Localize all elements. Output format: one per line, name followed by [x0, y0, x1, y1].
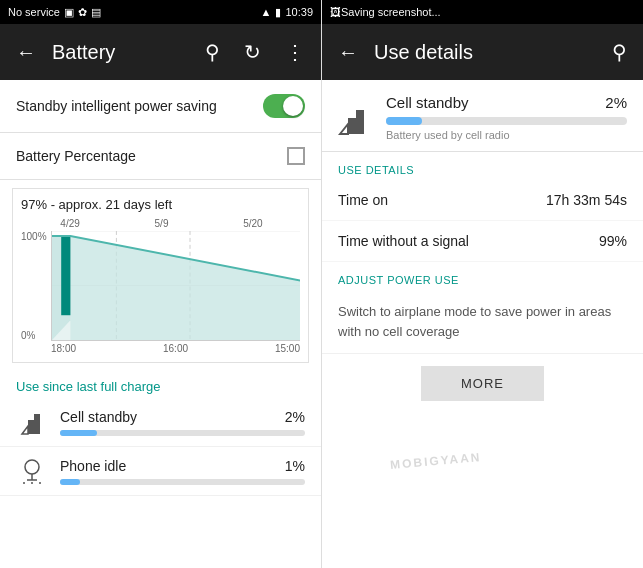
time-on-label: Time on — [338, 192, 388, 208]
standby-label: Standby intelligent power saving — [16, 98, 217, 114]
cell-standby-signal-icon — [338, 100, 374, 136]
date-label-3: 5/20 — [243, 218, 262, 229]
cell-standby-icon — [16, 408, 48, 436]
phone-idle-bar-container — [60, 479, 305, 485]
svg-point-13 — [23, 482, 25, 484]
cell-standby-title: Cell standby 2% — [60, 409, 305, 425]
time-on-row: Time on 17h 33m 54s — [322, 180, 643, 221]
battery-card: 97% - approx. 21 days left 4/29 5/9 5/20… — [12, 188, 309, 363]
phone-idle-icon — [16, 457, 48, 485]
y-label-0: 0% — [21, 330, 47, 341]
time-label-1: 18:00 — [51, 343, 76, 354]
time-without-signal-value: 99% — [599, 233, 627, 249]
status-bar-left: No service ▣ ✿ ▤ — [8, 6, 101, 19]
detail-header-subtext: Battery used by cell radio — [386, 129, 627, 141]
time-label-3: 15:00 — [275, 343, 300, 354]
percentage-setting-row: Battery Percentage — [0, 133, 321, 180]
back-button[interactable]: ← — [8, 33, 44, 72]
more-button[interactable]: MORE — [421, 366, 544, 401]
svg-marker-6 — [52, 236, 300, 340]
left-content: Standby intelligent power saving Battery… — [0, 80, 321, 568]
right-back-button[interactable]: ← — [330, 33, 366, 72]
phone-idle-content: Phone idle 1% — [60, 458, 305, 485]
detail-header-bar-fill — [386, 117, 422, 125]
use-since-link[interactable]: Use since last full charge — [0, 371, 321, 398]
no-service-text: No service — [8, 6, 60, 18]
phone-idle-bar — [60, 479, 80, 485]
battery-icon: ▮ — [275, 6, 281, 19]
battery-percent-label: 97% - approx. 21 days left — [21, 197, 300, 212]
left-panel: No service ▣ ✿ ▤ ▲ ▮ 10:39 ← Battery ⚲ ↻… — [0, 0, 322, 568]
battery-chart — [51, 231, 300, 341]
time-label-2: 16:00 — [163, 343, 188, 354]
svg-marker-17 — [340, 124, 348, 134]
left-toolbar: ← Battery ⚲ ↻ ⋮ — [0, 24, 321, 80]
nfc-icon: ✿ — [78, 6, 87, 19]
time-on-value: 17h 33m 54s — [546, 192, 627, 208]
svg-marker-8 — [22, 426, 28, 434]
screenshot-icon: 🖼 — [330, 6, 341, 18]
y-label-100: 100% — [21, 231, 47, 242]
time-without-signal-label: Time without a signal — [338, 233, 469, 249]
svg-marker-19 — [356, 110, 364, 134]
right-page-title: Use details — [374, 41, 596, 64]
chart-x-labels: 18:00 16:00 15:00 — [21, 343, 300, 354]
chart-date-labels: 4/29 5/9 5/20 — [21, 218, 300, 229]
phone-idle-title: Phone idle 1% — [60, 458, 305, 474]
svg-marker-9 — [28, 420, 34, 434]
detail-header: Cell standby 2% Battery used by cell rad… — [322, 80, 643, 152]
right-search-button[interactable]: ⚲ — [604, 32, 635, 72]
saving-text: Saving screenshot... — [341, 6, 441, 18]
detail-header-title: Cell standby 2% — [386, 94, 627, 111]
right-status-bar: 🖼 Saving screenshot... — [322, 0, 643, 24]
cell-standby-content: Cell standby 2% — [60, 409, 305, 436]
adjust-section: Switch to airplane mode to save power in… — [322, 290, 643, 354]
sim-icon: ▣ — [64, 6, 74, 19]
percentage-checkbox[interactable] — [287, 147, 305, 165]
notification-icon: ▤ — [91, 6, 101, 19]
svg-marker-10 — [34, 414, 40, 434]
standby-setting-row: Standby intelligent power saving — [0, 80, 321, 133]
right-panel: 🖼 Saving screenshot... ← Use details ⚲ C… — [322, 0, 643, 568]
svg-marker-18 — [348, 118, 356, 134]
adjust-text: Switch to airplane mode to save power in… — [338, 302, 627, 341]
svg-point-15 — [39, 482, 41, 484]
battery-chart-svg — [52, 231, 300, 340]
refresh-button[interactable]: ↻ — [236, 32, 269, 72]
date-label-2: 5/9 — [155, 218, 169, 229]
right-content: Cell standby 2% Battery used by cell rad… — [322, 80, 643, 568]
page-title: Battery — [52, 41, 189, 64]
time-display: 10:39 — [285, 6, 313, 18]
phone-idle-item[interactable]: Phone idle 1% — [0, 447, 321, 496]
time-without-signal-row: Time without a signal 99% — [322, 221, 643, 262]
adjust-power-section-header: ADJUST POWER USE — [322, 262, 643, 290]
cell-standby-bar — [60, 430, 97, 436]
detail-header-bar-container — [386, 117, 627, 125]
signal-strength-icon: ▲ — [261, 6, 272, 18]
detail-header-info: Cell standby 2% Battery used by cell rad… — [386, 94, 627, 141]
date-label-1: 4/29 — [60, 218, 79, 229]
left-status-bar: No service ▣ ✿ ▤ ▲ ▮ 10:39 — [0, 0, 321, 24]
standby-toggle[interactable] — [263, 94, 305, 118]
right-toolbar: ← Use details ⚲ — [322, 24, 643, 80]
status-bar-right: ▲ ▮ 10:39 — [261, 6, 313, 19]
use-details-section-header: USE DETAILS — [322, 152, 643, 180]
svg-rect-7 — [61, 236, 70, 315]
svg-point-14 — [31, 482, 33, 484]
percentage-label: Battery Percentage — [16, 148, 136, 164]
more-button-toolbar[interactable]: ⋮ — [277, 32, 313, 72]
cell-standby-item[interactable]: Cell standby 2% — [0, 398, 321, 447]
search-button[interactable]: ⚲ — [197, 32, 228, 72]
svg-point-11 — [25, 460, 39, 474]
cell-standby-bar-container — [60, 430, 305, 436]
